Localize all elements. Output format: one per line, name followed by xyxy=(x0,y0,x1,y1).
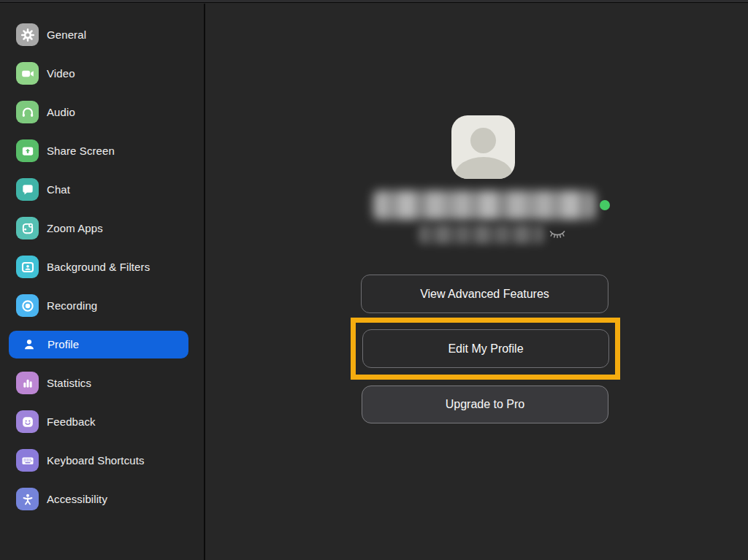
sidebar-item-label: General xyxy=(47,28,86,41)
sidebar-item-zoom-apps[interactable]: Zoom Apps xyxy=(0,209,204,248)
sidebar-item-label: Statistics xyxy=(47,377,91,389)
avatar-silhouette-head xyxy=(470,128,496,153)
sidebar-item-share-screen[interactable]: Share Screen xyxy=(0,131,204,170)
headphones-icon xyxy=(16,101,39,123)
sidebar-item-background-filters[interactable]: Background & Filters xyxy=(0,248,204,286)
bar-chart-icon xyxy=(16,372,39,394)
sidebar-item-profile[interactable]: Profile xyxy=(0,325,204,364)
edit-my-profile-button[interactable]: Edit My Profile xyxy=(362,329,609,368)
share-screen-icon xyxy=(16,139,39,162)
sidebar-item-video[interactable]: Video xyxy=(0,54,204,93)
online-status-dot xyxy=(600,200,610,210)
upgrade-to-pro-button[interactable]: Upgrade to Pro xyxy=(362,386,608,423)
smiley-icon xyxy=(16,410,39,433)
eye-closed-icon[interactable] xyxy=(549,229,566,240)
user-email-redacted xyxy=(419,225,544,244)
accessibility-icon xyxy=(16,488,39,510)
sidebar-item-general[interactable]: General xyxy=(0,15,204,54)
sidebar-item-label: Profile xyxy=(47,338,79,350)
sidebar-item-audio[interactable]: Audio xyxy=(0,93,204,131)
user-name-redacted xyxy=(373,191,595,220)
sidebar-item-feedback[interactable]: Feedback xyxy=(0,402,204,441)
zoom-settings-window: General Video Audio Share Screen Chat Zo… xyxy=(0,4,748,560)
sidebar-item-label: Chat xyxy=(47,183,70,196)
sidebar-item-chat[interactable]: Chat xyxy=(0,170,204,209)
titlebar-edge xyxy=(0,0,748,3)
profile-panel: View Advanced Features Edit My Profile U… xyxy=(205,4,748,560)
view-advanced-features-button[interactable]: View Advanced Features xyxy=(361,275,608,313)
sidebar-item-label: Zoom Apps xyxy=(47,222,103,234)
person-icon xyxy=(22,337,37,352)
sidebar-item-accessibility[interactable]: Accessibility xyxy=(0,480,204,518)
background-filters-icon xyxy=(16,256,39,278)
avatar-silhouette-shoulders xyxy=(454,157,513,179)
selected-item-pill: Profile xyxy=(9,331,188,358)
chat-bubble-icon xyxy=(16,178,39,201)
sidebar-item-label: Audio xyxy=(47,106,75,118)
profile-avatar[interactable] xyxy=(451,115,515,179)
video-camera-icon xyxy=(16,62,39,85)
record-icon xyxy=(16,294,39,317)
gear-icon xyxy=(16,23,39,46)
sidebar-item-label: Accessibility xyxy=(47,493,107,505)
sidebar-item-label: Keyboard Shortcuts xyxy=(47,454,145,467)
settings-sidebar: General Video Audio Share Screen Chat Zo… xyxy=(0,4,205,560)
sidebar-item-statistics[interactable]: Statistics xyxy=(0,364,204,402)
sidebar-item-recording[interactable]: Recording xyxy=(0,286,204,325)
zoom-apps-icon xyxy=(16,217,39,239)
sidebar-item-label: Recording xyxy=(47,299,97,312)
sidebar-item-label: Share Screen xyxy=(47,145,115,157)
keyboard-icon xyxy=(16,449,39,472)
sidebar-item-label: Video xyxy=(47,67,75,80)
sidebar-item-label: Feedback xyxy=(47,415,96,428)
sidebar-item-keyboard-shortcuts[interactable]: Keyboard Shortcuts xyxy=(0,441,204,480)
sidebar-item-label: Background & Filters xyxy=(47,261,150,273)
